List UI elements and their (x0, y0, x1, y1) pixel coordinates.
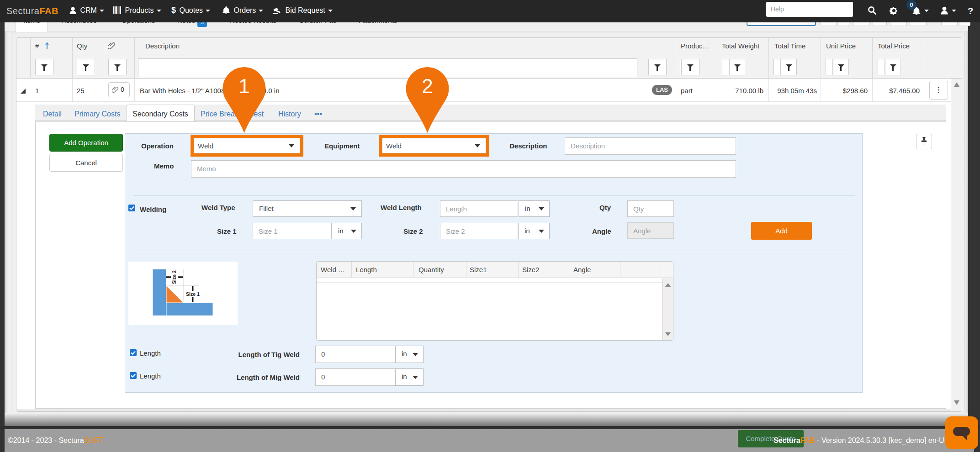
svg-text:Size 2: Size 2 (171, 270, 177, 284)
svg-text:2: 2 (422, 75, 433, 97)
svg-text:Size 1: Size 1 (186, 291, 200, 297)
svg-text:1: 1 (238, 75, 249, 97)
